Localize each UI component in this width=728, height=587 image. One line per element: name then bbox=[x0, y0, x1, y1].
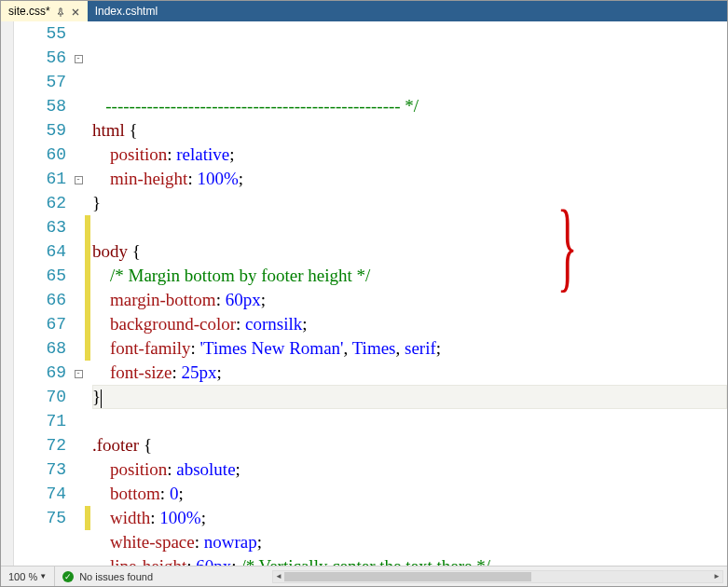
scrollbar-thumb[interactable] bbox=[284, 572, 531, 581]
zoom-selector[interactable]: 100 % ▼ bbox=[1, 567, 55, 586]
code-line[interactable]: position: absolute; bbox=[92, 457, 727, 482]
tab-bar: site.css* Index.cshtml bbox=[1, 1, 727, 21]
code-line[interactable]: html { bbox=[92, 118, 727, 143]
line-number: 70 bbox=[14, 385, 66, 409]
code-line[interactable] bbox=[92, 409, 727, 433]
text-cursor bbox=[101, 389, 102, 408]
code-line[interactable]: width: 100%; bbox=[92, 506, 727, 530]
line-number: 63 bbox=[14, 215, 66, 239]
line-number: 60 bbox=[14, 143, 66, 167]
line-number: 62 bbox=[14, 191, 66, 215]
horizontal-scrollbar[interactable]: ◄ ► bbox=[272, 570, 723, 583]
tab-index-cshtml[interactable]: Index.cshtml bbox=[88, 1, 165, 21]
code-line[interactable]: font-size: 25px; bbox=[92, 361, 727, 385]
line-number-gutter: 5556575859606162636465666768697071727374… bbox=[14, 21, 72, 566]
code-line[interactable]: body { bbox=[92, 239, 727, 264]
line-number: 55 bbox=[14, 21, 66, 46]
editor-area: 5556575859606162636465666768697071727374… bbox=[1, 21, 727, 566]
line-number: 73 bbox=[14, 457, 66, 482]
code-line[interactable]: min-height: 100%; bbox=[92, 167, 727, 191]
chevron-down-icon: ▼ bbox=[39, 572, 47, 580]
line-number: 65 bbox=[14, 264, 66, 288]
collapse-toggle-icon[interactable]: - bbox=[75, 55, 83, 63]
line-number: 57 bbox=[14, 70, 66, 94]
code-line[interactable]: background-color: cornsilk; bbox=[92, 312, 727, 336]
line-number: 64 bbox=[14, 239, 66, 264]
code-line[interactable] bbox=[92, 215, 727, 239]
pin-icon[interactable] bbox=[56, 7, 65, 16]
scroll-left-arrow[interactable]: ◄ bbox=[273, 571, 284, 582]
scroll-right-arrow[interactable]: ► bbox=[711, 571, 722, 582]
line-number: 61 bbox=[14, 167, 66, 191]
code-line[interactable]: position: relative; bbox=[92, 143, 727, 167]
zoom-value: 100 % bbox=[8, 571, 37, 582]
line-number: 69 bbox=[14, 361, 66, 385]
code-line[interactable]: line-height: 60px; /* Vertically center … bbox=[92, 554, 727, 566]
line-number: 75 bbox=[14, 506, 66, 530]
breakpoint-margin[interactable] bbox=[1, 21, 14, 566]
collapse-toggle-icon[interactable]: - bbox=[75, 370, 83, 378]
line-number: 72 bbox=[14, 433, 66, 457]
code-line[interactable]: ----------------------------------------… bbox=[92, 94, 727, 118]
line-number: 71 bbox=[14, 409, 66, 433]
check-icon: ✓ bbox=[62, 571, 74, 582]
line-number: 74 bbox=[14, 482, 66, 506]
status-message: ✓ No issues found bbox=[55, 571, 160, 582]
code-line[interactable]: bottom: 0; bbox=[92, 482, 727, 506]
editor-window: site.css* Index.cshtml 55565758596061626… bbox=[0, 0, 728, 587]
outlining-column[interactable]: --- bbox=[72, 21, 85, 566]
code-line[interactable]: } bbox=[92, 385, 727, 409]
code-editor[interactable]: } --------------------------------------… bbox=[90, 21, 727, 566]
code-line[interactable]: white-space: nowrap; bbox=[92, 530, 727, 554]
close-icon[interactable] bbox=[71, 7, 80, 16]
line-number: 56 bbox=[14, 46, 66, 70]
code-line[interactable]: margin-bottom: 60px; bbox=[92, 288, 727, 312]
code-line[interactable]: /* Margin bottom by footer height */ bbox=[92, 264, 727, 288]
code-line[interactable]: .footer { bbox=[92, 433, 727, 457]
line-number: 58 bbox=[14, 94, 66, 118]
line-number: 66 bbox=[14, 288, 66, 312]
tab-site-css[interactable]: site.css* bbox=[1, 1, 88, 21]
code-line[interactable]: font-family: 'Times New Roman', Times, s… bbox=[92, 336, 727, 361]
line-number: 68 bbox=[14, 336, 66, 361]
line-number: 59 bbox=[14, 118, 66, 143]
collapse-toggle-icon[interactable]: - bbox=[75, 176, 83, 184]
tab-label: site.css* bbox=[8, 5, 50, 18]
code-line[interactable]: } bbox=[92, 191, 727, 215]
tab-label: Index.cshtml bbox=[95, 5, 158, 18]
status-bar: 100 % ▼ ✓ No issues found ◄ ► bbox=[1, 566, 727, 586]
line-number: 67 bbox=[14, 312, 66, 336]
status-text: No issues found bbox=[79, 571, 153, 582]
